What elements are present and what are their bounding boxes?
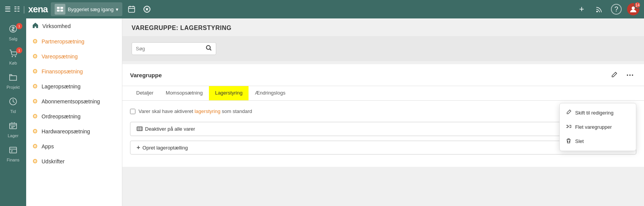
sidebar-item-salg[interactable]: 1 Salg xyxy=(2,22,25,44)
gear-icon-partner: ⚙ xyxy=(32,38,38,45)
nav-item-ordreopsaetning[interactable]: ⚙ Ordreopsætning xyxy=(26,109,122,124)
svg-rect-2 xyxy=(60,7,63,9)
svg-rect-3 xyxy=(60,10,63,12)
dropdown-label-flet: Flet varegrupper xyxy=(575,124,612,130)
tid-icon xyxy=(9,97,17,108)
grid-icon[interactable]: ☷ xyxy=(14,5,20,13)
card-header: Varegruppe ··· xyxy=(122,64,644,86)
search-box xyxy=(132,42,216,55)
nav-link-vareopsaetning[interactable]: Vareopsætning xyxy=(42,53,78,60)
dropdown-label-slet: Slet xyxy=(575,138,584,144)
svg-rect-1 xyxy=(57,10,60,12)
lagerstyring-checkbox[interactable] xyxy=(130,109,135,114)
gear-icon-abonnement: ⚙ xyxy=(32,98,38,105)
sidebar-item-lager[interactable]: Lager xyxy=(2,118,25,141)
more-options-button[interactable]: ··· xyxy=(624,69,636,81)
sidebar-item-finans[interactable]: Finans xyxy=(2,143,25,165)
help-icon[interactable]: ? xyxy=(611,4,622,15)
nav-item-hardwareopsaetning[interactable]: ⚙ Hardwareopsætning xyxy=(26,124,122,139)
search-input[interactable] xyxy=(136,46,206,52)
nav-item-virksomhed[interactable]: Virksomhed xyxy=(26,18,122,34)
salg-label: Salg xyxy=(9,37,17,41)
edit-pencil-icon xyxy=(566,110,571,116)
projekt-label: Projekt xyxy=(7,85,20,90)
kob-badge: 1 xyxy=(16,47,22,53)
hamburger-icon[interactable]: ☰ xyxy=(5,5,11,13)
gear-icon-lager: ⚙ xyxy=(32,83,38,90)
add-button[interactable]: + xyxy=(576,3,588,15)
home-icon xyxy=(32,22,38,30)
finans-label: Finans xyxy=(7,158,19,162)
nav-label-ordreopsaetning: Ordreopsætning xyxy=(42,113,80,120)
dropdown-item-slet[interactable]: Slet xyxy=(560,134,636,148)
opret-label: Opret lageroptælling xyxy=(142,145,188,151)
svg-rect-17 xyxy=(10,123,17,129)
nav-sidebar: Virksomhed ⚙ Partneropsætning ⚙ Vareopsæ… xyxy=(26,18,122,206)
tid-label: Tid xyxy=(10,109,16,114)
nav-label-abonnementsopsaetning: Abonnementsopsætning xyxy=(42,98,100,105)
checkbox-label: Varer skal have aktiveret lagerstyring s… xyxy=(138,108,252,114)
gear-icon-ordre: ⚙ xyxy=(32,113,38,120)
svg-rect-0 xyxy=(57,7,60,9)
avatar-badge: 14 xyxy=(634,2,641,8)
workspace-name: Byggeriet sæg igang xyxy=(68,7,113,12)
avatar[interactable]: 14 xyxy=(627,3,639,15)
calendar-icon[interactable] xyxy=(125,3,138,15)
nav-item-lageropsaetning[interactable]: ⚙ Lageropsætning xyxy=(26,79,122,94)
salg-badge: 1 xyxy=(16,23,22,29)
dropdown-label-skift: Skift til redigering xyxy=(575,110,614,116)
edit-button[interactable] xyxy=(608,69,620,81)
gear-icon-apps: ⚙ xyxy=(32,143,38,150)
tab-lagerstyring[interactable]: Lagerstyring xyxy=(209,86,249,100)
card-actions: ··· xyxy=(608,69,636,81)
lager-icon xyxy=(9,121,17,132)
tab-aendringslogs[interactable]: Ændringslogs xyxy=(249,86,292,100)
nav-item-vareopsaetning[interactable]: ⚙ Vareopsætning xyxy=(26,49,122,64)
top-nav-right: + ? 14 xyxy=(576,3,639,15)
svg-point-14 xyxy=(12,56,13,57)
nav-item-apps[interactable]: ⚙ Apps xyxy=(26,139,122,154)
opret-icon: + xyxy=(137,144,140,151)
icon-sidebar: 1 Salg 1 Køb Projekt Tid Lager xyxy=(0,18,26,206)
content-area: VAREGRUPPE: LAGERSTYRING Varegruppe ··· xyxy=(122,18,644,206)
svg-rect-4 xyxy=(128,7,135,12)
nav-label-udskrifter: Udskrifter xyxy=(42,158,65,164)
workspace-icon xyxy=(55,4,65,15)
sidebar-item-kob[interactable]: 1 Køb xyxy=(2,46,25,68)
nav-item-partneropsaetning[interactable]: ⚙ Partneropsætning xyxy=(26,34,122,49)
page-title-bar: VAREGRUPPE: LAGERSTYRING xyxy=(122,18,644,36)
trash-icon xyxy=(566,138,571,145)
dropdown-item-skift-redigering[interactable]: Skift til redigering xyxy=(560,106,636,120)
feed-icon[interactable] xyxy=(593,3,606,15)
nav-item-udskrifter[interactable]: ⚙ Udskrifter xyxy=(26,154,122,169)
sidebar-item-projekt[interactable]: Projekt xyxy=(2,70,25,93)
tabs: Detaljer Momsopsætning Lagerstyring Ændr… xyxy=(122,86,644,101)
gear-icon-hardware: ⚙ xyxy=(32,128,38,135)
close-icon[interactable] xyxy=(141,3,153,15)
card-title: Varegruppe xyxy=(130,72,162,78)
nav-link-finansopsaetning[interactable]: Finansopsætning xyxy=(42,68,83,75)
nav-item-abonnementsopsaetning[interactable]: ⚙ Abonnementsopsætning xyxy=(26,94,122,109)
gear-icon-vare: ⚙ xyxy=(32,53,38,60)
svg-line-25 xyxy=(210,49,212,51)
svg-point-24 xyxy=(207,46,210,50)
workspace-selector[interactable]: Byggeriet sæg igang ▾ xyxy=(51,2,122,16)
logo-separator: | xyxy=(23,5,25,14)
search-icon[interactable] xyxy=(206,45,212,52)
tab-momsopsaetning[interactable]: Momsopsætning xyxy=(160,86,209,100)
nav-link-partneropsaetning[interactable]: Partneropsætning xyxy=(42,38,84,45)
dropdown-item-flet-varegrupper[interactable]: Flet varegrupper xyxy=(560,120,636,134)
tab-detaljer[interactable]: Detaljer xyxy=(130,86,160,100)
svg-rect-20 xyxy=(10,147,17,153)
nav-item-finansopsaetning[interactable]: ⚙ Finansopsætning xyxy=(26,64,122,79)
nav-label-lageropsaetning: Lageropsætning xyxy=(42,83,80,90)
sidebar-item-tid[interactable]: Tid xyxy=(2,94,25,117)
nav-label-apps: Apps xyxy=(42,143,54,150)
main-body: 1 Salg 1 Køb Projekt Tid Lager xyxy=(0,18,644,206)
svg-point-15 xyxy=(15,56,16,57)
kob-label: Køb xyxy=(9,61,17,65)
lager-label: Lager xyxy=(8,133,18,138)
deaktiver-icon xyxy=(137,125,143,133)
merge-icon xyxy=(566,124,571,130)
gear-icon-finans: ⚙ xyxy=(32,68,38,75)
